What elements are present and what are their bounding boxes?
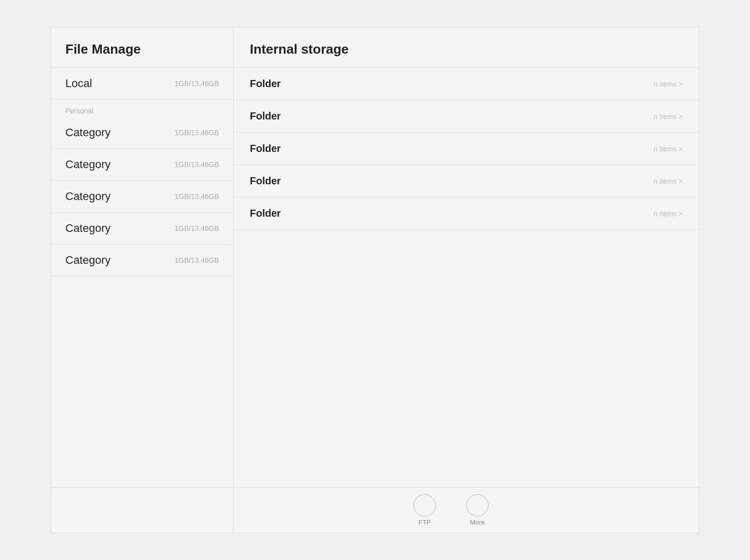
sidebar-item-category-0[interactable]: Category 1GB/13.46GB bbox=[51, 117, 233, 149]
local-label: Local bbox=[65, 77, 92, 90]
sidebar-section-personal: Personal bbox=[51, 100, 233, 117]
category-list: Category 1GB/13.46GB Category 1GB/13.46G… bbox=[51, 117, 233, 276]
footer-left-spacer bbox=[51, 488, 234, 533]
folder-name-1: Folder bbox=[250, 110, 281, 122]
category-label-1: Category bbox=[65, 158, 110, 171]
folder-name-2: Folder bbox=[250, 143, 281, 154]
more-label: More bbox=[470, 518, 485, 526]
category-size-0: 1GB/13.46GB bbox=[175, 129, 219, 137]
folder-item-2[interactable]: Folder n items > bbox=[234, 133, 699, 165]
category-size-3: 1GB/13.46GB bbox=[175, 224, 219, 232]
category-label-4: Category bbox=[65, 254, 110, 267]
ftp-button[interactable]: FTP bbox=[414, 494, 436, 526]
footer: FTP More bbox=[51, 487, 699, 533]
ftp-label: FTP bbox=[419, 518, 431, 526]
folder-meta-0: n items > bbox=[654, 80, 683, 88]
folder-list: Folder n items > Folder n items > Folder… bbox=[234, 68, 699, 487]
folder-item-0[interactable]: Folder n items > bbox=[234, 68, 699, 100]
sidebar-item-local[interactable]: Local 1GB/13.46GB bbox=[51, 68, 233, 100]
folder-name-3: Folder bbox=[250, 175, 281, 187]
folder-name-0: Folder bbox=[250, 78, 281, 90]
ftp-icon-circle bbox=[414, 494, 436, 516]
content-area: Internal storage Folder n items > Folder… bbox=[234, 27, 699, 487]
more-icon-circle bbox=[466, 494, 489, 516]
folder-name-4: Folder bbox=[250, 208, 281, 219]
sidebar-title: File Manage bbox=[51, 27, 233, 68]
category-label-3: Category bbox=[65, 222, 110, 235]
content-title: Internal storage bbox=[234, 27, 699, 68]
category-size-1: 1GB/13.46GB bbox=[175, 161, 219, 169]
category-size-4: 1GB/13.46GB bbox=[175, 256, 219, 264]
category-label-0: Category bbox=[65, 126, 110, 139]
footer-right: FTP More bbox=[264, 494, 638, 526]
more-button[interactable]: More bbox=[466, 494, 489, 526]
local-size: 1GB/13.46GB bbox=[175, 79, 219, 88]
sidebar-item-category-3[interactable]: Category 1GB/13.46GB bbox=[51, 213, 233, 245]
folder-item-3[interactable]: Folder n items > bbox=[234, 165, 699, 197]
sidebar-item-category-1[interactable]: Category 1GB/13.46GB bbox=[51, 149, 233, 181]
sidebar-item-category-2[interactable]: Category 1GB/13.46GB bbox=[51, 181, 233, 213]
sidebar: File Manage Local 1GB/13.46GB Personal C… bbox=[51, 27, 234, 487]
folder-meta-4: n items > bbox=[654, 210, 683, 218]
sidebar-item-category-4[interactable]: Category 1GB/13.46GB bbox=[51, 245, 233, 276]
folder-item-4[interactable]: Folder n items > bbox=[234, 197, 699, 230]
folder-meta-2: n items > bbox=[654, 145, 683, 153]
folder-meta-1: n items > bbox=[654, 112, 683, 121]
category-label-2: Category bbox=[65, 190, 110, 203]
category-size-2: 1GB/13.46GB bbox=[175, 192, 219, 201]
folder-item-1[interactable]: Folder n items > bbox=[234, 100, 699, 133]
app-container: File Manage Local 1GB/13.46GB Personal C… bbox=[51, 27, 699, 533]
folder-meta-3: n items > bbox=[654, 177, 683, 185]
main-area: File Manage Local 1GB/13.46GB Personal C… bbox=[51, 27, 699, 487]
